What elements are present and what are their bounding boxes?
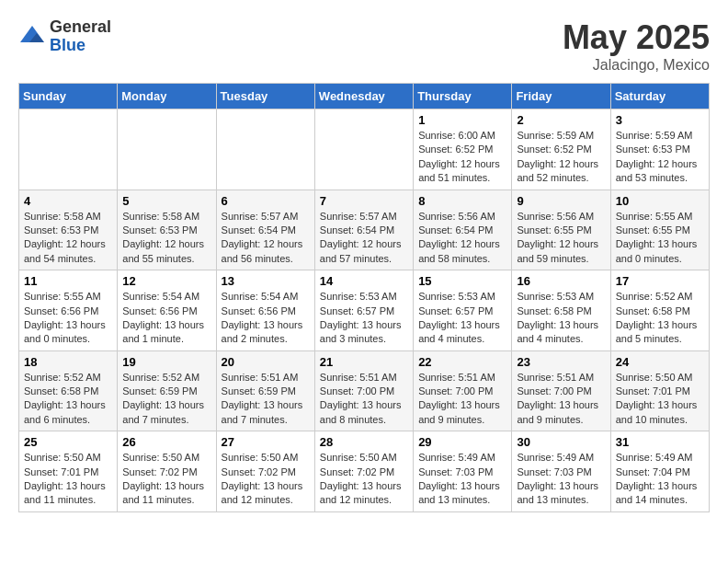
calendar-day-cell: 5Sunrise: 5:58 AM Sunset: 6:53 PM Daylig… [118,190,216,270]
day-number: 22 [418,355,506,369]
day-info: Sunrise: 5:50 AM Sunset: 7:02 PM Dayligh… [122,451,210,508]
day-number: 14 [320,274,408,288]
day-number: 3 [616,113,704,127]
calendar-day-cell: 9Sunrise: 5:56 AM Sunset: 6:55 PM Daylig… [512,190,610,270]
day-number: 2 [517,113,605,127]
calendar-week-row: 11Sunrise: 5:55 AM Sunset: 6:56 PM Dayli… [19,270,710,351]
calendar-day-header: Friday [512,84,610,109]
day-info: Sunrise: 5:58 AM Sunset: 6:53 PM Dayligh… [122,210,210,267]
day-number: 18 [24,355,112,369]
day-info: Sunrise: 5:50 AM Sunset: 7:02 PM Dayligh… [222,451,310,508]
day-number: 24 [616,355,704,369]
calendar-day-cell: 31Sunrise: 5:49 AM Sunset: 7:04 PM Dayli… [610,431,709,512]
day-info: Sunrise: 5:55 AM Sunset: 6:55 PM Dayligh… [616,210,704,267]
day-info: Sunrise: 5:53 AM Sunset: 6:58 PM Dayligh… [517,290,605,347]
day-number: 23 [517,355,605,369]
day-info: Sunrise: 5:51 AM Sunset: 6:59 PM Dayligh… [222,371,310,428]
calendar-day-cell: 30Sunrise: 5:49 AM Sunset: 7:03 PM Dayli… [512,431,610,512]
calendar-day-cell: 25Sunrise: 5:50 AM Sunset: 7:01 PM Dayli… [19,431,118,512]
calendar-day-cell: 29Sunrise: 5:49 AM Sunset: 7:03 PM Dayli… [414,431,512,512]
calendar-day-cell: 2Sunrise: 5:59 AM Sunset: 6:52 PM Daylig… [512,109,610,190]
day-number: 12 [122,274,210,288]
day-number: 1 [418,113,506,127]
calendar-day-cell: 27Sunrise: 5:50 AM Sunset: 7:02 PM Dayli… [216,431,314,512]
month-title: May 2025 [563,18,710,57]
calendar-day-cell: 22Sunrise: 5:51 AM Sunset: 7:00 PM Dayli… [414,350,512,431]
day-info: Sunrise: 5:50 AM Sunset: 7:01 PM Dayligh… [24,451,112,508]
calendar-day-cell: 18Sunrise: 5:52 AM Sunset: 6:58 PM Dayli… [19,350,118,431]
calendar-day-cell: 12Sunrise: 5:54 AM Sunset: 6:56 PM Dayli… [118,270,216,351]
calendar-day-header: Monday [118,84,216,109]
calendar-day-cell: 26Sunrise: 5:50 AM Sunset: 7:02 PM Dayli… [118,431,216,512]
calendar-day-cell: 3Sunrise: 5:59 AM Sunset: 6:53 PM Daylig… [610,109,709,190]
day-number: 16 [517,274,605,288]
day-number: 25 [24,435,112,449]
calendar-day-cell: 17Sunrise: 5:52 AM Sunset: 6:58 PM Dayli… [610,270,709,351]
calendar-day-header: Saturday [610,84,709,109]
day-number: 31 [616,435,704,449]
logo-icon [18,24,46,50]
calendar-day-cell: 6Sunrise: 5:57 AM Sunset: 6:54 PM Daylig… [216,190,314,270]
day-number: 4 [24,194,112,208]
location: Jalacingo, Mexico [563,57,710,74]
day-info: Sunrise: 5:59 AM Sunset: 6:53 PM Dayligh… [616,129,704,186]
day-info: Sunrise: 5:49 AM Sunset: 7:03 PM Dayligh… [418,451,506,508]
calendar-day-cell: 20Sunrise: 5:51 AM Sunset: 6:59 PM Dayli… [216,350,314,431]
page-header: General Blue May 2025 Jalacingo, Mexico [18,18,710,74]
calendar-day-cell: 14Sunrise: 5:53 AM Sunset: 6:57 PM Dayli… [314,270,413,351]
calendar-day-cell: 21Sunrise: 5:51 AM Sunset: 7:00 PM Dayli… [314,350,413,431]
day-info: Sunrise: 5:57 AM Sunset: 6:54 PM Dayligh… [222,210,310,267]
logo-general-text: General [50,18,111,37]
calendar-day-cell [314,109,413,190]
calendar-week-row: 25Sunrise: 5:50 AM Sunset: 7:01 PM Dayli… [19,431,710,512]
calendar-week-row: 1Sunrise: 6:00 AM Sunset: 6:52 PM Daylig… [19,109,710,190]
calendar-week-row: 4Sunrise: 5:58 AM Sunset: 6:53 PM Daylig… [19,190,710,270]
day-info: Sunrise: 5:52 AM Sunset: 6:58 PM Dayligh… [616,290,704,347]
day-number: 6 [222,194,310,208]
day-number: 27 [222,435,310,449]
logo-blue-text: Blue [50,37,111,55]
calendar-week-row: 18Sunrise: 5:52 AM Sunset: 6:58 PM Dayli… [19,350,710,431]
day-number: 5 [122,194,210,208]
calendar-day-cell [118,109,216,190]
calendar-table: SundayMondayTuesdayWednesdayThursdayFrid… [18,83,710,512]
calendar-day-cell: 19Sunrise: 5:52 AM Sunset: 6:59 PM Dayli… [118,350,216,431]
calendar-day-cell: 11Sunrise: 5:55 AM Sunset: 6:56 PM Dayli… [19,270,118,351]
day-info: Sunrise: 5:55 AM Sunset: 6:56 PM Dayligh… [24,290,112,347]
day-number: 7 [320,194,408,208]
day-info: Sunrise: 5:50 AM Sunset: 7:02 PM Dayligh… [320,451,408,508]
calendar-day-cell: 16Sunrise: 5:53 AM Sunset: 6:58 PM Dayli… [512,270,610,351]
logo: General Blue [18,18,111,55]
title-block: May 2025 Jalacingo, Mexico [563,18,710,74]
calendar-day-cell: 10Sunrise: 5:55 AM Sunset: 6:55 PM Dayli… [610,190,709,270]
day-number: 20 [222,355,310,369]
calendar-day-cell: 8Sunrise: 5:56 AM Sunset: 6:54 PM Daylig… [414,190,512,270]
calendar-day-cell: 7Sunrise: 5:57 AM Sunset: 6:54 PM Daylig… [314,190,413,270]
day-number: 29 [418,435,506,449]
day-number: 15 [418,274,506,288]
day-info: Sunrise: 5:53 AM Sunset: 6:57 PM Dayligh… [320,290,408,347]
calendar-day-cell: 24Sunrise: 5:50 AM Sunset: 7:01 PM Dayli… [610,350,709,431]
day-number: 30 [517,435,605,449]
day-info: Sunrise: 6:00 AM Sunset: 6:52 PM Dayligh… [418,129,506,186]
day-info: Sunrise: 5:56 AM Sunset: 6:54 PM Dayligh… [418,210,506,267]
calendar-day-header: Tuesday [216,84,314,109]
day-info: Sunrise: 5:54 AM Sunset: 6:56 PM Dayligh… [222,290,310,347]
day-number: 8 [418,194,506,208]
day-info: Sunrise: 5:59 AM Sunset: 6:52 PM Dayligh… [517,129,605,186]
day-info: Sunrise: 5:51 AM Sunset: 7:00 PM Dayligh… [418,371,506,428]
day-info: Sunrise: 5:54 AM Sunset: 6:56 PM Dayligh… [122,290,210,347]
calendar-day-cell: 23Sunrise: 5:51 AM Sunset: 7:00 PM Dayli… [512,350,610,431]
calendar-day-header: Thursday [414,84,512,109]
day-number: 21 [320,355,408,369]
day-number: 13 [222,274,310,288]
day-info: Sunrise: 5:56 AM Sunset: 6:55 PM Dayligh… [517,210,605,267]
day-info: Sunrise: 5:51 AM Sunset: 7:00 PM Dayligh… [517,371,605,428]
day-info: Sunrise: 5:49 AM Sunset: 7:03 PM Dayligh… [517,451,605,508]
calendar-day-cell: 13Sunrise: 5:54 AM Sunset: 6:56 PM Dayli… [216,270,314,351]
day-info: Sunrise: 5:49 AM Sunset: 7:04 PM Dayligh… [616,451,704,508]
calendar-day-cell: 15Sunrise: 5:53 AM Sunset: 6:57 PM Dayli… [414,270,512,351]
day-number: 19 [122,355,210,369]
day-info: Sunrise: 5:52 AM Sunset: 6:58 PM Dayligh… [24,371,112,428]
day-info: Sunrise: 5:52 AM Sunset: 6:59 PM Dayligh… [122,371,210,428]
